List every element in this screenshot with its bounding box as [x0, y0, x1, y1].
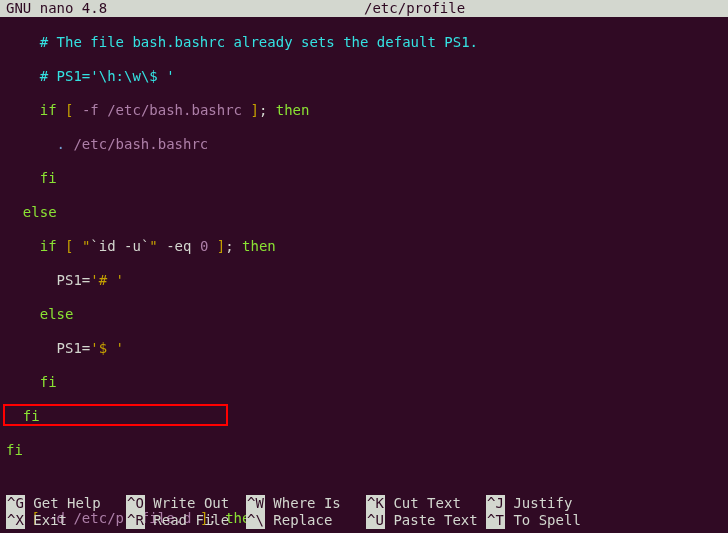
shortcut-exit[interactable]: ^X Exit	[6, 512, 126, 529]
code-line: . /etc/bash.bashrc	[6, 136, 722, 153]
shortcut-replace[interactable]: ^\ Replace	[246, 512, 366, 529]
code-line: if [ "`id -u`" -eq 0 ]; then	[6, 238, 722, 255]
filename: /etc/profile	[107, 0, 722, 17]
code-line: PS1='$ '	[6, 340, 722, 357]
shortcut-where-is[interactable]: ^W Where Is	[246, 495, 366, 512]
shortcut-justify[interactable]: ^J Justify	[486, 495, 572, 512]
nano-titlebar: GNU nano 4.8 /etc/profile	[0, 0, 728, 17]
code-line: # PS1='\h:\w\$ '	[6, 68, 722, 85]
shortcut-row-1: ^G Get Help ^O Write Out ^W Where Is ^K …	[6, 495, 722, 512]
shortcut-write-out[interactable]: ^O Write Out	[126, 495, 246, 512]
code-line: if [ -f /etc/bash.bashrc ]; then	[6, 102, 722, 119]
shortcut-paste-text[interactable]: ^U Paste Text	[366, 512, 486, 529]
code-line: # The file bash.bashrc already sets the …	[6, 34, 722, 51]
code-line: else	[6, 204, 722, 221]
shortcut-bar: ^G Get Help ^O Write Out ^W Where Is ^K …	[0, 495, 728, 529]
app-name: GNU nano 4.8	[0, 0, 107, 17]
shortcut-cut-text[interactable]: ^K Cut Text	[366, 495, 486, 512]
shortcut-read-file[interactable]: ^R Read File	[126, 512, 246, 529]
code-line: fi	[6, 408, 722, 425]
code-line: fi	[6, 170, 722, 187]
code-line: fi	[6, 374, 722, 391]
shortcut-to-spell[interactable]: ^T To Spell	[486, 512, 581, 529]
code-line: else	[6, 306, 722, 323]
editor-area[interactable]: # The file bash.bashrc already sets the …	[0, 17, 728, 533]
code-line	[6, 476, 722, 493]
shortcut-row-2: ^X Exit ^R Read File ^\ Replace ^U Paste…	[6, 512, 722, 529]
code-line: fi	[6, 442, 722, 459]
shortcut-get-help[interactable]: ^G Get Help	[6, 495, 126, 512]
code-line: PS1='# '	[6, 272, 722, 289]
